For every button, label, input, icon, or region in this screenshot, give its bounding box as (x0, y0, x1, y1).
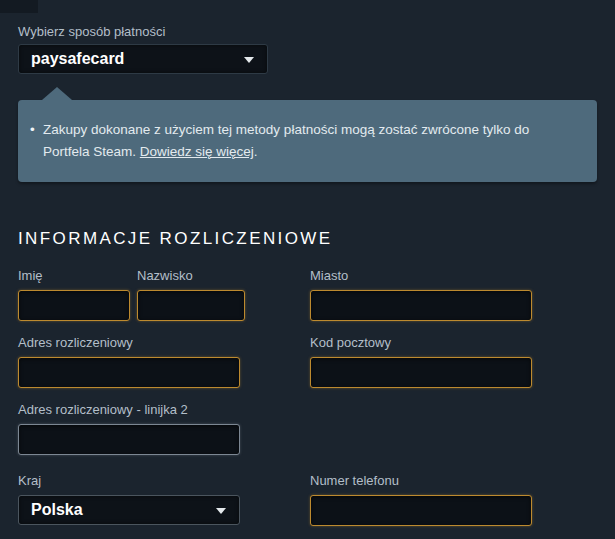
tooltip-pointer (42, 87, 72, 100)
refund-notice-content: • Zakupy dokonane z użyciem tej metody p… (18, 100, 597, 163)
last-name-input[interactable] (137, 290, 245, 321)
city-label: Miasto (310, 268, 348, 283)
refund-notice-message: Zakupy dokonane z użyciem tej metody pła… (43, 122, 529, 159)
country-select[interactable]: Polska (18, 495, 240, 525)
billing-address-line2-label: Adres rozliczeniowy - linijka 2 (18, 402, 188, 417)
learn-more-link[interactable]: Dowiedz się więcej (140, 144, 254, 159)
billing-section-heading: INFORMACJE ROZLICZENIOWE (18, 229, 333, 249)
refund-notice-box: • Zakupy dokonane z użyciem tej metody p… (18, 100, 597, 182)
phone-label: Numer telefonu (310, 473, 399, 488)
refund-notice-text: Zakupy dokonane z użyciem tej metody pła… (43, 119, 579, 163)
country-label: Kraj (18, 473, 41, 488)
billing-address-label: Adres rozliczeniowy (18, 335, 133, 350)
country-selected-value: Polska (19, 496, 239, 524)
billing-address-line2-input[interactable] (18, 424, 240, 455)
first-name-label: Imię (18, 268, 43, 283)
postal-code-label: Kod pocztowy (310, 335, 391, 350)
payment-method-selected-value: paysafecard (19, 45, 267, 73)
caret-down-icon (216, 508, 226, 514)
phone-input[interactable] (310, 495, 532, 526)
payment-billing-page: Wybierz sposób płatności paysafecard • Z… (0, 0, 615, 539)
partial-element-fragment (0, 0, 38, 13)
last-name-label: Nazwisko (137, 268, 193, 283)
bullet-icon: • (30, 119, 43, 163)
first-name-input[interactable] (18, 290, 130, 321)
payment-method-select[interactable]: paysafecard (18, 44, 268, 74)
payment-method-label: Wybierz sposób płatności (18, 24, 165, 39)
refund-notice-suffix: . (254, 144, 258, 159)
city-input[interactable] (310, 290, 532, 321)
billing-address-input[interactable] (18, 357, 240, 388)
caret-down-icon (244, 57, 254, 63)
postal-code-input[interactable] (310, 357, 532, 388)
